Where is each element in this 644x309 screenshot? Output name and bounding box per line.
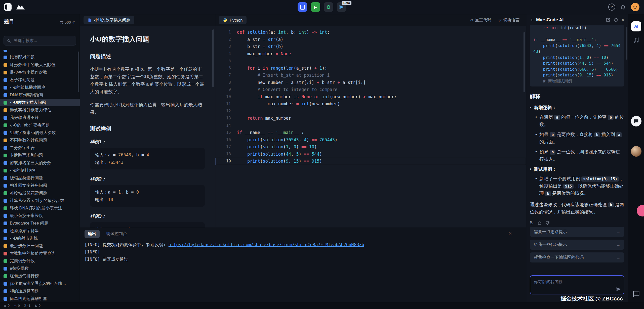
ai-scrollbar[interactable] [626, 27, 627, 60]
sidebar-item[interactable]: 小d的倒排索引 [0, 167, 80, 174]
problem-scrollbar[interactable] [212, 29, 214, 87]
sidebar-item[interactable]: 卡牌翻面求和问题 [0, 152, 80, 159]
code-area[interactable]: 1def solution(a: int, b: int) -> int:2 a… [215, 26, 526, 228]
user-avatar[interactable] [631, 3, 639, 11]
sidebar-item[interactable]: 小O的 `abc` 变换问题 [0, 121, 80, 129]
sidebar-item[interactable]: 我好想逃进不辣 [0, 114, 80, 121]
sidebar-item[interactable]: 游戏英雄升级潜力评估 [0, 106, 80, 114]
community-icon[interactable] [631, 116, 641, 126]
thumbs-up-icon[interactable] [537, 221, 542, 225]
sidebar-item[interactable]: Bytedance Tree 问题 [0, 219, 80, 227]
switch-language-button[interactable]: ⇄切换语言 [498, 18, 519, 23]
code-line[interactable]: 19 print(solution(9, 15) == 915) [215, 158, 526, 165]
sidebar-toggle-icon[interactable] [4, 3, 12, 11]
code-line[interactable]: 6 for i in range(len(a_str) + 1): [215, 65, 526, 72]
code-line[interactable]: 15if __name__ == '__main__': [215, 129, 526, 136]
status-item[interactable]: ⚠0 [14, 304, 20, 308]
code-line[interactable]: 16 print(solution(76543, 4) == 765443) [215, 136, 526, 144]
run-button[interactable]: ▶ [311, 2, 320, 12]
code-line[interactable]: 2 a_str = str(a) [215, 36, 526, 43]
status-item[interactable]: ↻0 [34, 304, 41, 308]
code-line[interactable]: 7 # Insert b_str at position i [215, 72, 526, 79]
music-app-icon[interactable] [633, 37, 640, 44]
ai-input[interactable] [530, 276, 624, 294]
tab-debug-console[interactable]: 调试控制台 [106, 231, 127, 237]
tab-output[interactable]: 输出 [85, 230, 100, 238]
sidebar-item[interactable]: 环形数组中的最大贡献值 [0, 61, 80, 69]
sidebar-item[interactable]: 石子移动问题 [0, 76, 80, 84]
sidebar-item[interactable]: 最小替换子串长度 [0, 212, 80, 219]
sidebar-item[interactable]: 最少步数归一问题 [0, 242, 80, 250]
status-item[interactable]: ⊗0 [4, 304, 10, 308]
sidebar-item[interactable]: 不同整数的计数问题 [0, 137, 80, 144]
sidebar-item[interactable]: a替换偶数 [0, 265, 80, 272]
sidebar-item[interactable]: 比赛配对问题 [0, 54, 80, 61]
status-item[interactable]: ⓘ1 [24, 303, 30, 308]
sidebar-item[interactable]: 饭馆品类选择问题 [0, 174, 80, 182]
code-line[interactable]: 8 new_number = a_str[:i] + b_str + a_str… [215, 79, 526, 86]
code-line[interactable]: 11 max_number = int(new_number) [215, 100, 526, 108]
problem-type-icon [4, 131, 7, 135]
activity-badge[interactable] [637, 205, 644, 216]
search-box[interactable] [4, 36, 76, 46]
sidebar-item[interactable]: 最少字符串操作次数 [0, 69, 80, 76]
code-line[interactable]: 5 [215, 57, 526, 65]
debug-button[interactable]: ⚙ [324, 2, 333, 12]
sidebar-scrollbar[interactable] [78, 52, 79, 92]
regenerate-icon[interactable]: ↻ [530, 220, 534, 226]
sidebar-item[interactable]: 计算从位置 x 到 y 的最少步数 [0, 197, 80, 204]
language-tab[interactable]: Python [219, 16, 247, 24]
sidebar-item[interactable]: 还原原始字符串 [0, 227, 80, 235]
sidebar-item[interactable]: 构造回文字符串问题 [0, 182, 80, 189]
suggestion-chip[interactable]: 给我一些代码提示→ [530, 240, 624, 250]
code-line[interactable]: 1def solution(a: int, b: int) -> int: [215, 29, 526, 36]
sidebar-item[interactable]: 环状 DNA 序列的最小表示法 [0, 204, 80, 212]
send-icon[interactable] [616, 286, 621, 292]
history-icon[interactable] [614, 18, 618, 22]
code-line[interactable]: 13 return max_number [215, 115, 526, 122]
watermark: 掘金技术社区 @ ZBCccc [560, 295, 623, 302]
reset-code-button[interactable]: ↻重置代码 [470, 18, 491, 23]
description-heading: 问题描述 [90, 53, 205, 60]
close-ai-icon[interactable]: × [621, 17, 624, 22]
contact-avatar[interactable] [631, 146, 641, 157]
ai-assistant-badge[interactable]: AI [631, 21, 641, 31]
code-line[interactable]: 9 # Convert to integer to compare [215, 86, 526, 93]
code-line[interactable]: 4 max_number = None [215, 50, 526, 58]
sidebar-item[interactable]: 红包运气排行榜 [0, 272, 80, 280]
sidebar-item[interactable]: 完美偶数计数 [0, 257, 80, 265]
notifications-icon[interactable] [620, 4, 626, 10]
code-line[interactable]: 10 if max_number is None or int(new_numb… [215, 93, 526, 101]
sidebar-item[interactable]: 小U的数字插入问题 [0, 99, 80, 106]
sidebar-item[interactable]: 小d的随机播放顺序 [0, 84, 80, 91]
sidebar-item[interactable]: 大数和中的极值位置查询 [0, 250, 80, 257]
code-line[interactable]: 17 print(solution(1, 0) == 10) [215, 143, 526, 151]
sidebar-item[interactable]: DNA序列编辑距离 [0, 91, 80, 99]
problem-tab[interactable]: 小U的数字插入问题 [84, 16, 134, 24]
ai-input-box[interactable] [530, 275, 624, 294]
suggestion-chip[interactable]: 需要一点思路提示→ [530, 227, 624, 237]
sidebar-item[interactable]: 组成字符串ku的最大次数 [0, 129, 80, 137]
sidebar-item[interactable]: 优化青海湖至景点X的租车路... [0, 280, 80, 287]
layout-button[interactable] [298, 2, 307, 12]
sidebar-item[interactable]: 简单四则运算解析器 [0, 295, 80, 302]
close-output-icon[interactable]: × [508, 230, 512, 237]
sidebar-item[interactable]: 游戏排名第三大的分数 [0, 159, 80, 167]
sidebar-item[interactable] [0, 50, 80, 54]
sidebar-item[interactable]: 和的逆运算问题 [0, 287, 80, 295]
sidebar-item[interactable]: 二分数字组合 [0, 144, 80, 152]
open-in-editor-icon[interactable] [606, 18, 610, 22]
feedback-link[interactable]: https://bytedance.larkoffice.com/share/b… [169, 242, 364, 247]
code-line[interactable]: 14 [215, 122, 526, 129]
code-line[interactable]: 18 print(solution(44, 5) == 544) [215, 151, 526, 158]
suggestion-chip[interactable]: 帮我检查一下编辑区的代码→ [530, 252, 624, 262]
thumbs-down-icon[interactable] [545, 221, 550, 225]
editor-scrollbar[interactable] [524, 32, 525, 92]
code-line[interactable]: 12 [215, 108, 526, 115]
sidebar-item[interactable]: 补给站最优花费问题 [0, 189, 80, 197]
feedback-icon[interactable] [632, 290, 640, 297]
code-line[interactable]: 3 b_str = str(b) [215, 43, 526, 50]
search-input[interactable] [13, 38, 73, 43]
help-icon[interactable]: ? [608, 4, 615, 11]
sidebar-item[interactable]: 小D的射击训练 [0, 235, 80, 242]
